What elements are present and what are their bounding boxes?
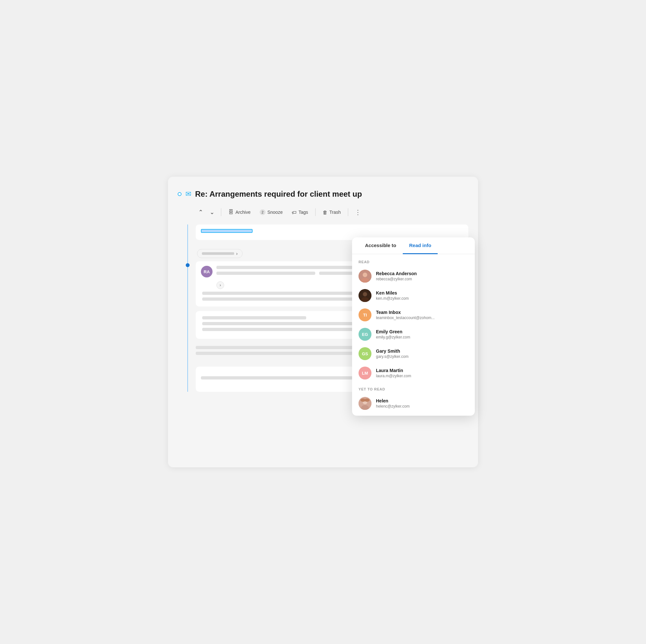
popup-content: READ Rebecca Anderson rebecca: [352, 254, 475, 416]
contact-name-helen: Helen: [376, 398, 468, 403]
body-line-1: [202, 292, 359, 295]
contact-name-laura: Laura Martin: [376, 368, 468, 373]
tags-label: Tags: [299, 210, 308, 215]
timeline-dot-top: [178, 192, 182, 196]
contact-emily[interactable]: EG Emily Green emily.g@zylker.com: [352, 325, 475, 344]
contact-email-gary: gary.s@zylker.com: [376, 354, 468, 359]
app-container: ✉ Re: Arrangements required for client m…: [168, 177, 478, 467]
sender-name-placeholder: [216, 266, 364, 269]
contact-ken[interactable]: Ken Miles ken.m@zylker.com: [352, 286, 475, 305]
avatar-rebecca-svg: [358, 270, 371, 283]
svg-point-11: [364, 399, 369, 402]
archive-label: Archive: [235, 210, 251, 215]
expand-thread-button[interactable]: ›: [197, 249, 242, 258]
read-section-label: READ: [352, 258, 475, 266]
tags-icon: 🏷: [292, 210, 297, 215]
avatar-ken-svg: [358, 289, 371, 302]
archive-icon: 🗄: [228, 209, 233, 215]
nav-down-button[interactable]: ⌄: [207, 207, 217, 218]
sender-initials: RA: [204, 270, 210, 274]
skel-2-line1: [196, 346, 359, 349]
svg-point-1: [363, 273, 367, 277]
avatar-emily: EG: [358, 328, 371, 341]
contact-helen[interactable]: Helen helenc@zylker.com: [352, 394, 475, 413]
yet-to-read-section-label: YET TO READ: [352, 385, 475, 394]
content-area: › RA ›: [187, 224, 468, 392]
contact-email-laura: laura.m@zylker.com: [376, 374, 468, 378]
timeline-mid-dot: [186, 263, 190, 267]
avatar-rebecca: [358, 270, 371, 283]
snooze-label: Snooze: [267, 210, 283, 215]
divider-1: [221, 208, 221, 216]
snooze-count-badge: 2: [260, 209, 265, 215]
email-header: ✉ Re: Arrangements required for client m…: [178, 190, 468, 199]
tags-button[interactable]: 🏷 Tags: [289, 208, 311, 217]
avatar-helen: [358, 397, 371, 410]
contact-info-team: Team Inbox teaminbox_testaccount@zohom..…: [376, 310, 468, 320]
contact-name-rebecca: Rebecca Anderson: [376, 271, 468, 276]
expand-arrow-icon: ›: [236, 251, 238, 256]
contact-info-rebecca: Rebecca Anderson rebecca@zylker.com: [376, 271, 468, 281]
nav-buttons: ⌃ ⌄: [196, 207, 217, 218]
nav-up-button[interactable]: ⌃: [196, 207, 206, 218]
contact-info-emily: Emily Green emily.g@zylker.com: [376, 329, 468, 339]
placeholder-text: [202, 252, 234, 255]
contact-info-laura: Laura Martin laura.m@zylker.com: [376, 368, 468, 378]
read-info-popup: Accessible to Read info READ: [352, 237, 475, 416]
avatar-gary: GS: [358, 347, 371, 360]
sender-avatar: RA: [201, 266, 213, 278]
contact-email-team: teaminbox_testaccount@zohom...: [376, 316, 468, 320]
tab-read-info[interactable]: Read info: [403, 237, 438, 254]
sender-detail-1: [216, 272, 315, 275]
contact-info-ken: Ken Miles ken.m@zylker.com: [376, 290, 468, 301]
contact-info-helen: Helen helenc@zylker.com: [376, 398, 468, 409]
contact-info-gary: Gary Smith gary.s@zylker.com: [376, 348, 468, 359]
skel-1-line2: [202, 322, 358, 325]
contact-rebecca[interactable]: Rebecca Anderson rebecca@zylker.com: [352, 266, 475, 286]
tab-accessible-to[interactable]: Accessible to: [358, 237, 403, 254]
highlighted-bar: [201, 229, 252, 233]
trash-label: Trash: [329, 210, 341, 215]
popup-tabs: Accessible to Read info: [352, 237, 475, 254]
contact-email-helen: helenc@zylker.com: [376, 404, 468, 409]
contact-email-ken: ken.m@zylker.com: [376, 296, 468, 301]
contact-gary[interactable]: GS Gary Smith gary.s@zylker.com: [352, 344, 475, 363]
contact-team[interactable]: TI Team Inbox teaminbox_testaccount@zoho…: [352, 305, 475, 325]
contact-name-team: Team Inbox: [376, 310, 468, 315]
avatar-team: TI: [358, 308, 371, 321]
divider-2: [315, 208, 316, 216]
contact-email-rebecca: rebecca@zylker.com: [376, 277, 468, 281]
email-content: › RA ›: [196, 224, 468, 392]
contact-name-ken: Ken Miles: [376, 290, 468, 296]
avatar-helen-svg: [358, 397, 371, 410]
archive-button[interactable]: 🗄 Archive: [225, 207, 254, 217]
snooze-button[interactable]: 2 Snooze: [256, 207, 286, 217]
skel-1-line1: [202, 316, 306, 319]
contact-laura[interactable]: LM Laura Martin laura.m@zylker.com: [352, 363, 475, 383]
expand-sender-button[interactable]: ›: [216, 281, 224, 289]
contact-name-gary: Gary Smith: [376, 348, 468, 354]
contact-email-emily: emily.g@zylker.com: [376, 335, 468, 339]
contact-name-emily: Emily Green: [376, 329, 468, 334]
bottom-line: [201, 376, 358, 380]
toolbar: ⌃ ⌄ 🗄 Archive 2 Snooze 🏷 Tags 🗑 Trash ⋮: [196, 206, 468, 218]
divider-3: [348, 208, 348, 216]
email-icon: ✉: [185, 190, 191, 198]
more-options-button[interactable]: ⋮: [352, 206, 364, 218]
email-title: Re: Arrangements required for client mee…: [195, 190, 362, 199]
avatar-ken: [358, 289, 371, 302]
avatar-laura: LM: [358, 366, 371, 380]
timeline-line: [187, 224, 188, 392]
trash-button[interactable]: 🗑 Trash: [319, 208, 344, 217]
trash-icon: 🗑: [323, 210, 328, 215]
svg-point-6: [363, 292, 367, 296]
